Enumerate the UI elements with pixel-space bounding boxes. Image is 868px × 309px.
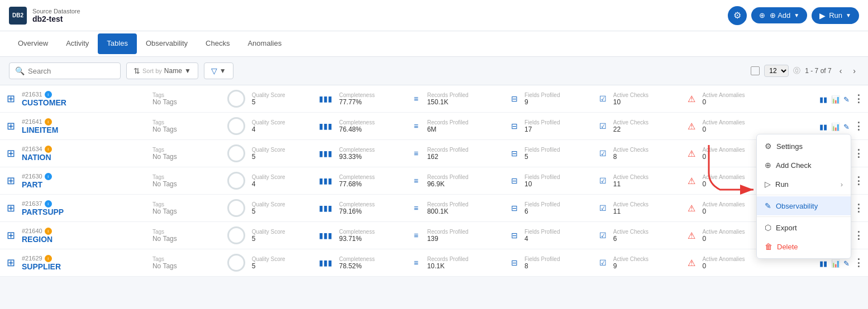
row-action-edit-icon[interactable]: ✎ bbox=[843, 259, 850, 268]
row-checks-icon-cell: ☑ bbox=[596, 222, 610, 249]
row-action-chart-icon[interactable]: 📊 bbox=[831, 95, 840, 104]
row-action-bars-icon[interactable]: ▮▮ bbox=[819, 95, 827, 104]
row-icon-cell: ⊞ bbox=[0, 195, 18, 222]
row-alert-icon-cell: ⚠ bbox=[684, 85, 699, 113]
tab-observability[interactable]: Observability bbox=[137, 33, 197, 54]
fields-icon: ⊟ bbox=[511, 258, 518, 267]
row-bar-icon-cell: ▮▮▮ bbox=[316, 85, 336, 113]
row-bar-icon-cell: ▮▮▮ bbox=[316, 195, 336, 222]
tab-checks[interactable]: Checks bbox=[197, 33, 239, 54]
tables-list: ⊞ #21631 i CUSTOMER Tags No Tags Quality… bbox=[0, 85, 868, 277]
table-id: #21631 i bbox=[22, 91, 146, 98]
fields-icon: ⊟ bbox=[511, 204, 518, 213]
row-alert-icon-cell: ⚠ bbox=[684, 195, 699, 222]
row-action-chart-icon[interactable]: 📊 bbox=[831, 259, 840, 268]
sort-button[interactable]: ⇅ Sort by Name ▼ bbox=[126, 62, 198, 79]
row-more-button[interactable]: ⋮ bbox=[853, 93, 864, 104]
row-action-bars-icon[interactable]: ▮▮ bbox=[819, 123, 827, 131]
row-tags-cell: Tags No Tags bbox=[149, 222, 224, 249]
menu-item-observability[interactable]: ✎ Observability bbox=[757, 196, 851, 215]
menu-item-export[interactable]: ⬡ Export bbox=[757, 218, 851, 237]
menu-item-settings[interactable]: ⚙ Settings bbox=[757, 137, 851, 156]
row-more-button[interactable]: ⋮ bbox=[853, 257, 864, 268]
table-row: ⊞ #21637 i PARTSUPP Tags No Tags Quality… bbox=[0, 195, 868, 222]
row-more-button[interactable]: ⋮ bbox=[853, 202, 864, 214]
row-action-chart-icon[interactable]: 📊 bbox=[831, 123, 840, 131]
alert-icon: ⚠ bbox=[688, 176, 695, 186]
row-tags-cell: Tags No Tags bbox=[149, 85, 224, 113]
row-more-button[interactable]: ⋮ bbox=[853, 120, 864, 132]
row-gauge-cell bbox=[224, 85, 249, 113]
table-name[interactable]: PARTSUPP bbox=[22, 207, 146, 216]
table-name[interactable]: REGION bbox=[22, 235, 146, 244]
source-label: Source Datastore bbox=[32, 8, 80, 15]
row-id-name-cell: #21634 i NATION bbox=[18, 140, 149, 167]
row-completeness-cell: Completeness 77.77% bbox=[336, 85, 411, 113]
records-icon: ≡ bbox=[414, 176, 418, 185]
table-name[interactable]: CUSTOMER bbox=[22, 98, 146, 107]
table-name[interactable]: PART bbox=[22, 180, 146, 189]
row-completeness-cell: Completeness 77.68% bbox=[336, 167, 411, 195]
tab-tables[interactable]: Tables bbox=[98, 33, 137, 54]
row-fields-icon-cell: ⊟ bbox=[508, 167, 521, 195]
row-id-name-cell: #21641 i LINEITEM bbox=[18, 113, 149, 140]
tab-anomalies[interactable]: Anomalies bbox=[239, 33, 290, 54]
row-completeness-cell: Completeness 93.33% bbox=[336, 140, 411, 167]
bar-chart-icon: ▮▮▮ bbox=[319, 149, 332, 158]
row-action-edit-icon[interactable]: ✎ bbox=[843, 123, 850, 131]
row-more-button[interactable]: ⋮ bbox=[853, 175, 864, 186]
row-records-icon-cell: ≡ bbox=[411, 85, 424, 113]
row-checks-icon-cell: ☑ bbox=[596, 140, 610, 167]
row-more-button[interactable]: ⋮ bbox=[853, 148, 864, 159]
row-bar-icon-cell: ▮▮▮ bbox=[316, 249, 336, 277]
add-label: ⊕ Add bbox=[770, 11, 790, 20]
row-icon-cell: ⊞ bbox=[0, 113, 18, 140]
menu-item-delete[interactable]: 🗑 Delete bbox=[757, 237, 851, 256]
table-name[interactable]: NATION bbox=[22, 153, 146, 162]
next-page-button[interactable]: › bbox=[850, 65, 859, 76]
row-id-name-cell: #21631 i CUSTOMER bbox=[18, 85, 149, 113]
row-more-button[interactable]: ⋮ bbox=[853, 230, 864, 241]
context-menu: ⚙ Settings ⊕ Add Check ▷ Run › ✎ Observa… bbox=[756, 134, 851, 259]
records-icon: ≡ bbox=[414, 149, 418, 158]
settings-button[interactable]: ⚙ bbox=[728, 6, 747, 25]
row-records-icon-cell: ≡ bbox=[411, 222, 424, 249]
menu-item-run[interactable]: ▷ Run › bbox=[757, 175, 851, 194]
menu-settings-label: Settings bbox=[776, 142, 803, 151]
tab-activity[interactable]: Activity bbox=[57, 33, 98, 54]
table-name[interactable]: LINEITEM bbox=[22, 125, 146, 134]
row-anomalies-cell: Active Anomalies 0 bbox=[699, 85, 781, 113]
row-completeness-cell: Completeness 78.52% bbox=[336, 249, 411, 277]
table-id: #21634 i bbox=[22, 146, 146, 153]
menu-item-add-check[interactable]: ⊕ Add Check bbox=[757, 156, 851, 175]
tab-overview[interactable]: Overview bbox=[9, 33, 57, 54]
row-fields-cell: Fields Profiled 6 bbox=[521, 195, 596, 222]
per-page-select[interactable]: 12 25 50 bbox=[764, 65, 789, 77]
bar-chart-icon: ▮▮▮ bbox=[319, 258, 332, 267]
prev-page-button[interactable]: ‹ bbox=[836, 65, 846, 76]
checks-icon: ☑ bbox=[599, 204, 607, 213]
grid-view-icon[interactable] bbox=[751, 66, 760, 75]
row-action-bars-icon[interactable]: ▮▮ bbox=[819, 259, 827, 268]
add-button[interactable]: ⊕ ⊕ Add ▼ bbox=[751, 7, 807, 23]
row-fields-icon-cell: ⊟ bbox=[508, 113, 521, 140]
row-quality-cell: Quality Score 5 bbox=[249, 85, 316, 113]
row-alert-icon-cell: ⚠ bbox=[684, 167, 699, 195]
row-action-edit-icon[interactable]: ✎ bbox=[843, 95, 850, 104]
run-button[interactable]: ▶ Run ▼ bbox=[812, 7, 859, 24]
bar-chart-icon: ▮▮▮ bbox=[319, 204, 332, 213]
filter-button[interactable]: ▽ ▼ bbox=[204, 62, 233, 79]
db-info: Source Datastore db2-test bbox=[32, 8, 80, 23]
row-fields-icon-cell: ⊟ bbox=[508, 140, 521, 167]
row-records-cell: Records Profiled 800.1K bbox=[424, 195, 508, 222]
table-type-icon: ⊞ bbox=[7, 93, 15, 104]
run-chevron-icon: ▼ bbox=[846, 12, 851, 18]
row-fields-icon-cell: ⊟ bbox=[508, 195, 521, 222]
row-records-icon-cell: ≡ bbox=[411, 249, 424, 277]
search-input[interactable] bbox=[28, 67, 115, 75]
row-checks-cell: Active Checks 11 bbox=[610, 167, 685, 195]
row-tags-cell: Tags No Tags bbox=[149, 195, 224, 222]
table-name[interactable]: SUPPLIER bbox=[22, 262, 146, 271]
checks-icon: ☑ bbox=[599, 258, 607, 267]
search-box[interactable]: 🔍 bbox=[9, 62, 121, 79]
